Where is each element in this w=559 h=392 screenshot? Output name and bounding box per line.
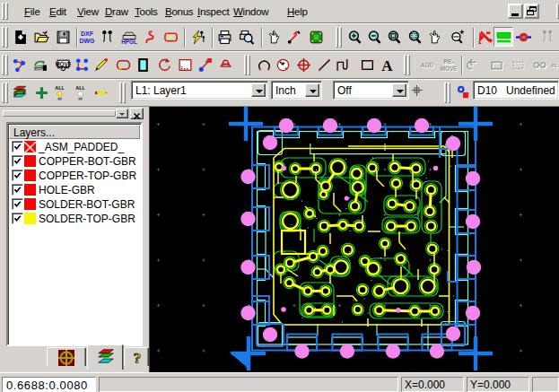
- svg-text:DXF: DXF: [81, 30, 93, 37]
- svg-text:HPGL: HPGL: [121, 39, 137, 45]
- svg-text:AL: AL: [551, 63, 558, 68]
- svg-text:∞: ∞: [57, 95, 62, 100]
- svg-text:MOVE: MOVE: [441, 65, 458, 72]
- svg-text:∞: ∞: [78, 95, 83, 100]
- svg-text:?: ?: [134, 350, 142, 367]
- svg-text:MOVE: MOVE: [56, 61, 71, 67]
- svg-text:ALL: ALL: [75, 85, 85, 91]
- svg-text:A: A: [381, 57, 393, 73]
- svg-text:DWG: DWG: [80, 38, 95, 44]
- svg-text:ALL: ALL: [55, 85, 65, 91]
- svg-text:ADD: ADD: [421, 62, 433, 68]
- svg-text:RE-: RE-: [444, 58, 454, 65]
